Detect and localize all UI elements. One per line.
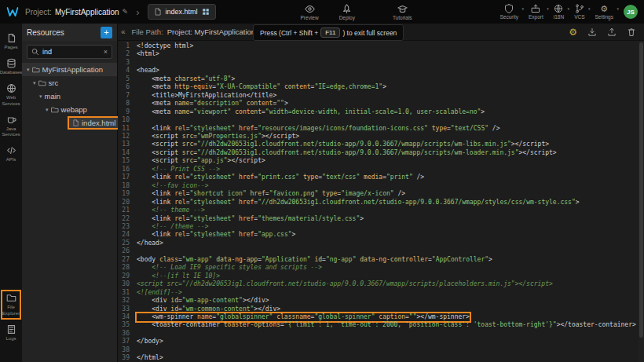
- code-line[interactable]: 8 <meta name="description" content="">: [118, 100, 644, 108]
- code-line[interactable]: 36: [118, 330, 644, 338]
- code-line[interactable]: 6 <meta http-equiv="X-UA-Compatible" con…: [118, 83, 644, 91]
- grid-icon[interactable]: [202, 8, 210, 16]
- tutorials-button[interactable]: Tutorials: [393, 4, 412, 20]
- sidebar-label: Logs: [5, 336, 16, 342]
- line-number: 10: [118, 116, 137, 124]
- tree-item-index-html[interactable]: index.html: [22, 116, 117, 130]
- code-line[interactable]: 22 <link rel="stylesheet" href="themes/m…: [118, 215, 644, 223]
- code-line[interactable]: 30<script src="//dh2dw20653ig1.cloudfron…: [118, 280, 644, 288]
- tree-item-myfirstapplication[interactable]: ▾ MyFirstApplication: [22, 63, 117, 76]
- clear-search-icon[interactable]: ×: [104, 48, 108, 56]
- code-line[interactable]: 26: [118, 247, 644, 255]
- vcs-label: VCS: [574, 14, 584, 20]
- editor-scrollbar[interactable]: [639, 41, 644, 362]
- trash-icon[interactable]: [627, 27, 636, 37]
- code-line[interactable]: 31<![endif]-->: [118, 289, 644, 297]
- caret-down-icon: ▾: [617, 6, 619, 11]
- code-line[interactable]: 13 <script src="//dh2dw20653ig1.cloudfro…: [118, 141, 644, 148]
- caret-down-icon[interactable]: ▾: [39, 93, 42, 100]
- tab-index-html[interactable]: index.html: [148, 4, 216, 20]
- caret-down-icon[interactable]: ▾: [46, 107, 49, 113]
- deploy-label: Deploy: [339, 15, 355, 20]
- code-line[interactable]: 32 <div id="wm-app-content"></div>: [118, 297, 644, 305]
- code-line[interactable]: 16 <!-- Print CSS -->: [118, 166, 644, 174]
- code-line[interactable]: 29 <!--[if lt IE 10]>: [118, 272, 644, 280]
- tree-item-webapp[interactable]: ▾ webapp: [22, 103, 117, 116]
- resource-search-input[interactable]: [42, 48, 101, 56]
- fullscreen-exit-tooltip: Press (Ctrl + Shift + F11 ) to exit full…: [253, 24, 404, 41]
- shield-icon: [504, 4, 514, 13]
- code-line[interactable]: 25</head>: [118, 240, 644, 247]
- resource-search-box[interactable]: ×: [27, 45, 112, 59]
- sidebar-item-java-services[interactable]: Java Services: [1, 112, 21, 141]
- settings-button[interactable]: ⚙ ▾ Settings: [595, 4, 614, 20]
- upload-icon[interactable]: [607, 27, 617, 37]
- code-line[interactable]: 20 <link rel="stylesheet" href="//dh2dw2…: [118, 199, 644, 207]
- code-line[interactable]: 1<!doctype html>: [118, 42, 644, 50]
- code-line-content: <script src="//dh2dw20653ig1.cloudfront.…: [137, 280, 553, 288]
- tree-label: MyFirstApplication: [42, 65, 104, 74]
- code-line[interactable]: 4<head>: [118, 67, 644, 75]
- code-line[interactable]: 18 <!--fav icon-->: [118, 182, 644, 190]
- code-line[interactable]: 37</body>: [118, 338, 644, 346]
- code-line[interactable]: 34 <wm-spinner name="globalspinner" clas…: [118, 313, 644, 321]
- code-line[interactable]: 3: [118, 59, 644, 67]
- code-editor[interactable]: 1<!doctype html>2<html>34<head>5 <meta c…: [118, 41, 644, 362]
- security-button[interactable]: ▾ Security: [499, 4, 518, 20]
- code-line[interactable]: 28 <!-- Load IE9 specific styles and scr…: [118, 264, 644, 272]
- preview-button[interactable]: Preview: [301, 4, 319, 20]
- code-line[interactable]: 10: [118, 116, 644, 124]
- code-line[interactable]: 21 <!-- theme -->: [118, 207, 644, 214]
- code-line[interactable]: 7 <title>MyFirstApplication</title>: [118, 92, 644, 100]
- sidebar-item-file-explorer[interactable]: File Explorer: [1, 290, 21, 319]
- sidebar-item-web-services[interactable]: Web Services: [1, 80, 21, 109]
- line-number: 34: [118, 313, 137, 321]
- user-avatar[interactable]: JS: [624, 5, 638, 19]
- i18n-button[interactable]: ▾ i18N: [554, 4, 564, 20]
- download-icon[interactable]: [587, 27, 597, 37]
- code-line[interactable]: 14 <script src="//dh2dw20653ig1.cloudfro…: [118, 149, 644, 157]
- code-line[interactable]: 38: [118, 346, 644, 354]
- add-resource-button[interactable]: +: [101, 27, 112, 38]
- line-number: 27: [118, 256, 137, 264]
- sidebar-label: File Explorer: [2, 305, 20, 316]
- line-number: 22: [118, 215, 137, 223]
- vcs-button[interactable]: ▾ VCS: [574, 4, 584, 20]
- code-line[interactable]: 35 <toaster-container toaster-options="{…: [118, 321, 644, 329]
- code-line[interactable]: 12 <script src="wmProperties.js"></scrip…: [118, 133, 644, 141]
- sidebar-item-databases[interactable]: Databases: [1, 55, 21, 79]
- code-line[interactable]: 11 <link rel="stylesheet" href="resource…: [118, 125, 644, 133]
- line-number: 33: [118, 305, 137, 313]
- tree-item-src[interactable]: ▾ src: [22, 76, 117, 90]
- code-line[interactable]: 33 <div id="wm-common-content"></div>: [118, 305, 644, 313]
- collapse-panel-icon[interactable]: «: [121, 27, 126, 36]
- code-line[interactable]: 27<body class="wm-app" data-ng-app="Appl…: [118, 256, 644, 264]
- tree-item-main[interactable]: ▾ main: [22, 90, 117, 103]
- caret-down-icon[interactable]: ▾: [27, 67, 30, 73]
- sidebar-item-apis[interactable]: APIs: [1, 142, 21, 166]
- resources-title: Resources: [27, 28, 97, 37]
- code-line[interactable]: 9 <meta name="viewport" content="width=d…: [118, 108, 644, 116]
- scrollbar-thumb[interactable]: [639, 42, 643, 338]
- code-line[interactable]: 39</html>: [118, 354, 644, 362]
- edit-project-pencil-icon[interactable]: ✎: [123, 8, 129, 16]
- export-button[interactable]: ▾ Export: [529, 4, 543, 20]
- code-line[interactable]: 24 <link rel="stylesheet" href="app.css"…: [118, 231, 644, 239]
- export-label: Export: [529, 14, 543, 20]
- code-line[interactable]: 19 <link rel="shortcut icon" href="favic…: [118, 190, 644, 198]
- code-line-content: <script src="//dh2dw20653ig1.cloudfront.…: [137, 149, 557, 157]
- code-line[interactable]: 2<html>: [118, 50, 644, 58]
- tooltip-text-prefix: Press (Ctrl + Shift +: [260, 29, 318, 37]
- wavemaker-logo-icon[interactable]: [6, 5, 19, 18]
- editor-settings-gear-icon[interactable]: ⚙: [569, 27, 577, 38]
- code-line[interactable]: 17 <link rel="stylesheet" href="print.cs…: [118, 174, 644, 181]
- code-line[interactable]: 15 <script src="app.js"></script>: [118, 157, 644, 165]
- code-line[interactable]: 5 <meta charset="utf-8">: [118, 75, 644, 83]
- sidebar-label: Web Services: [1, 95, 21, 106]
- deploy-button[interactable]: Deploy: [339, 4, 355, 20]
- sidebar-item-logs[interactable]: Logs: [1, 321, 21, 345]
- caret-down-icon[interactable]: ▾: [33, 80, 36, 86]
- sidebar-item-pages[interactable]: Pages: [1, 30, 21, 53]
- java-services-icon: [6, 115, 16, 125]
- code-line[interactable]: 23 <!-- /theme -->: [118, 223, 644, 231]
